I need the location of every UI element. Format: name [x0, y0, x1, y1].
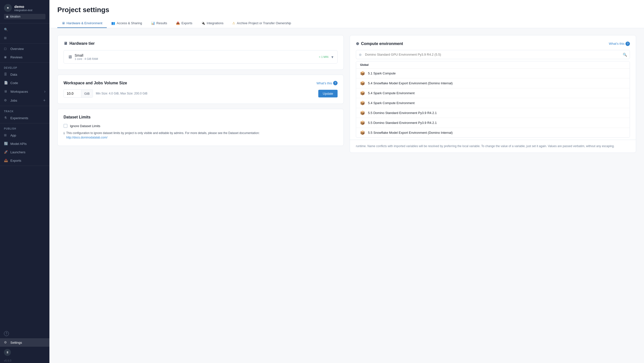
sidebar: ✦ demo integration-test ◉ Ideation 🔍 ⊞ ◻…: [0, 0, 50, 363]
sidebar-item-pause[interactable]: ⏸: [0, 347, 50, 358]
data-label: Data: [10, 73, 17, 76]
sidebar-divider-3: [0, 106, 50, 106]
tab-hardware[interactable]: 🖥 Hardware & Environment: [57, 19, 107, 28]
access-tab-label: Access & Sharing: [117, 21, 142, 25]
compute-env-footer: runtime. Name conflicts with imported va…: [350, 140, 636, 153]
help-icon: ?: [4, 331, 9, 336]
model-apis-label: Model APIs: [10, 142, 27, 146]
dropdown-item-domino-5-5-a[interactable]: 📦 5.5 Domino Standard Environment Py3.9 …: [356, 108, 630, 118]
ideation-badge[interactable]: ◉ Ideation: [4, 14, 46, 19]
env-item-label-1: 5.4 Snowflake Model Export Environment (…: [368, 81, 453, 85]
volume-whats-this-label: What's this: [316, 81, 332, 85]
hardware-tab-label: Hardware & Environment: [66, 21, 102, 25]
volume-title: Workspace and Jobs Volume Size: [64, 81, 127, 85]
launchers-icon: 🚀: [4, 150, 8, 154]
code-icon: 📄: [4, 81, 8, 85]
sidebar-item-overview[interactable]: ◻ Overview: [0, 45, 50, 53]
sidebar-item-model-apis[interactable]: 🔄 Model APIs: [0, 139, 50, 148]
sidebar-item-settings[interactable]: ⚙ Settings: [0, 338, 50, 347]
tab-archive[interactable]: ⚠ Archive Project or Transfer Ownership: [228, 19, 296, 28]
exports-icon: 📤: [4, 159, 8, 162]
pause-icon: ⏸: [4, 349, 11, 356]
sidebar-item-code[interactable]: 📄 Code: [0, 79, 50, 87]
compute-whats-this-icon: ?: [626, 42, 630, 46]
compute-env-title: ⊕ Compute environment: [356, 41, 403, 46]
env-item-icon-4: 📦: [360, 111, 365, 115]
env-item-icon-0: 📦: [360, 71, 365, 76]
env-item-label-4: 5.5 Domino Standard Environment Py3.9 R4…: [368, 111, 437, 115]
sidebar-item-app[interactable]: ⊞ App: [0, 131, 50, 139]
results-tab-label: Results: [156, 21, 167, 25]
compute-env-header: ⊕ Compute environment What's this ?: [350, 35, 636, 50]
update-button[interactable]: Update: [318, 90, 338, 97]
sidebar-item-reviews[interactable]: ◉ Reviews: [0, 53, 50, 61]
sidebar-divider-4: [0, 123, 50, 123]
experiments-label: Experiments: [10, 116, 28, 120]
tab-exports[interactable]: 📤 Exports: [172, 19, 197, 28]
sidebar-item-data[interactable]: 🗄 Data: [0, 70, 50, 79]
sidebar-item-search[interactable]: 🔍: [0, 26, 50, 34]
jobs-add-icon[interactable]: +: [43, 98, 46, 103]
app-icon: ⊞: [4, 133, 8, 137]
dropdown-item-snowflake-5-5[interactable]: 📦 5.5 Snowflake Model Export Environment…: [356, 128, 630, 138]
env-item-label-2: 5.4 Spark Compute Environment: [368, 91, 415, 95]
tab-access[interactable]: 👥 Access & Sharing: [107, 19, 146, 28]
dropdown-item-spark-5-4-a[interactable]: 📦 5.4 Spark Compute Environment: [356, 88, 630, 98]
sidebar-divider-2: [0, 62, 50, 63]
dataset-limits-card: Dataset Limits Ignore Dataset Limits ℹ T…: [57, 109, 344, 146]
dropdown-item-snowflake-5-4[interactable]: 📦 5.4 Snowflake Model Export Environment…: [356, 78, 630, 88]
sidebar-item-launchers[interactable]: 🚀 Launchers: [0, 148, 50, 156]
sidebar-item-grid[interactable]: ⊞: [0, 34, 50, 42]
sidebar-item-experiments[interactable]: ⚗ Experiments: [0, 114, 50, 122]
ideation-icon: ◉: [6, 15, 8, 18]
volume-unit: GiB: [81, 90, 93, 97]
env-item-label-3: 5.4 Spark Compute Environment: [368, 101, 415, 105]
dropdown-group-global: Global: [356, 61, 630, 68]
develop-section-label: DEVELOP: [0, 64, 50, 70]
overview-icon: ◻: [4, 47, 8, 51]
results-tab-icon: 📊: [151, 21, 155, 25]
compute-search-input[interactable]: [356, 50, 630, 59]
settings-label: Settings: [10, 341, 22, 344]
project-name: demo: [14, 5, 32, 9]
exports-label: Exports: [10, 159, 21, 162]
grid-icon: ⊞: [4, 36, 8, 40]
track-section-label: TRACK: [0, 107, 50, 114]
experiments-icon: ⚗: [4, 116, 8, 120]
dropdown-item-spark-5-1[interactable]: 📦 5.1 Spark Compute: [356, 68, 630, 78]
sidebar-item-jobs[interactable]: ⚙ Jobs +: [0, 96, 50, 105]
ignore-limits-label: Ignore Dataset Limits: [70, 124, 100, 128]
volume-input[interactable]: [64, 90, 81, 97]
jobs-label: Jobs: [10, 99, 17, 102]
dataset-docs-link[interactable]: http://docs.dominodatalab.com/: [66, 136, 108, 139]
page-title: Project settings: [57, 6, 636, 14]
app-logo-icon: ✦: [4, 4, 12, 12]
sidebar-item-exports[interactable]: 📤 Exports: [0, 156, 50, 165]
env-item-icon-1: 📦: [360, 81, 365, 86]
page-header: Project settings 🖥 Hardware & Environmen…: [50, 0, 644, 28]
sidebar-item-help[interactable]: ?: [0, 329, 50, 338]
overview-label: Overview: [10, 47, 24, 51]
ideation-label: Ideation: [10, 15, 20, 18]
tab-integrations[interactable]: 🔌 Integrations: [197, 19, 228, 28]
eta-badge: < 1 MIN: [319, 55, 328, 58]
dropdown-item-domino-5-5-b[interactable]: 📦 5.5 Domino Standard Environment Py3.9 …: [356, 118, 630, 128]
archive-tab-label: Archive Project or Transfer Ownership: [237, 21, 291, 25]
env-item-icon-3: 📦: [360, 101, 365, 105]
compute-whats-this[interactable]: What's this ?: [609, 42, 630, 46]
tab-results[interactable]: 📊 Results: [146, 19, 172, 28]
small-hardware-icon: 🖥: [68, 54, 72, 60]
dropdown-item-spark-5-4-b[interactable]: 📦 5.4 Spark Compute Environment: [356, 98, 630, 108]
sidebar-divider-5: [0, 166, 50, 166]
sidebar-item-workspaces[interactable]: 🖥 Workspaces ›: [0, 87, 50, 96]
volume-whats-this[interactable]: What's this ?: [316, 81, 338, 85]
hardware-spec: 1 core · 4 GiB RAM: [75, 57, 98, 60]
hardware-tier-title: 🖥 Hardware tier: [64, 41, 338, 46]
search-icon: 🔍: [623, 53, 627, 57]
hardware-select[interactable]: 🖥 Small 1 core · 4 GiB RAM < 1 MIN ▾: [64, 50, 338, 64]
ignore-limits-checkbox[interactable]: [64, 124, 68, 128]
code-label: Code: [10, 81, 18, 85]
workspaces-label: Workspaces: [10, 90, 28, 94]
whats-this-icon: ?: [333, 81, 338, 85]
project-sub: integration-test: [14, 9, 32, 12]
